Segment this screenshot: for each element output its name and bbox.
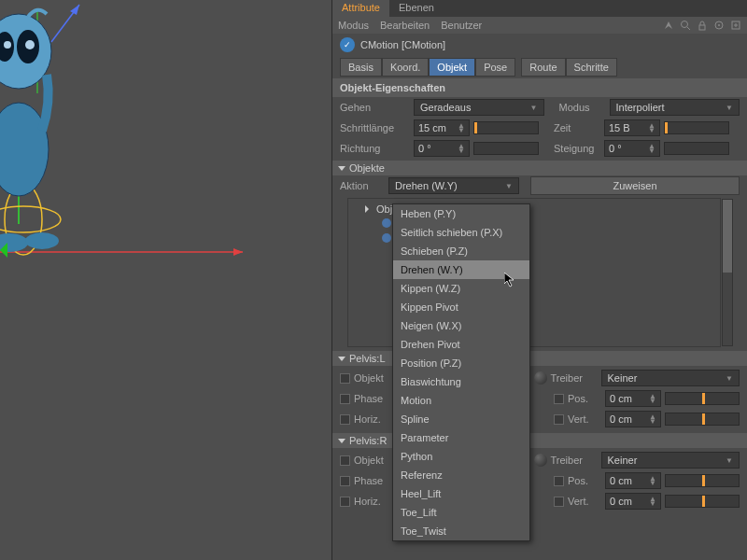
viewport-scene <box>0 0 331 560</box>
object-properties: Gehen Geradeaus▼ Modus Interpoliert▼ Sch… <box>332 97 747 159</box>
tab-route[interactable]: Route <box>521 58 565 77</box>
dropdown-treiber[interactable]: Keiner▼ <box>601 370 740 386</box>
input-steigung[interactable]: 0 °▲▼ <box>604 140 660 157</box>
tab-schritte[interactable]: Schritte <box>566 58 617 77</box>
spinner-icon[interactable]: ▲▼ <box>649 497 656 506</box>
input-pos[interactable]: 0 cm▲▼ <box>605 472 661 489</box>
chevron-down-icon: ▼ <box>726 374 733 383</box>
3d-viewport[interactable] <box>0 0 331 560</box>
input-vert[interactable]: 0 cm▲▼ <box>605 411 661 427</box>
tab-ebenen[interactable]: Ebenen <box>389 0 444 17</box>
nav-arrow-icon[interactable] <box>663 20 674 31</box>
tab-basis[interactable]: Basis <box>340 58 382 77</box>
slider-zeit[interactable] <box>664 121 729 134</box>
input-zeit[interactable]: 15 B▲▼ <box>604 119 660 136</box>
menu-item-seitlich-schieben[interactable]: Seitlich schieben (P.X) <box>393 223 529 242</box>
slider-pos[interactable] <box>665 392 740 405</box>
menu-item-toe-twist[interactable]: Toe_Twist <box>393 522 529 540</box>
lock-icon[interactable] <box>697 20 708 31</box>
menu-item-motion[interactable]: Motion <box>393 391 529 410</box>
menu-bearbeiten[interactable]: Bearbeiten <box>380 20 430 31</box>
group-objekte-label: Objekte <box>349 162 385 174</box>
checkbox-vert[interactable] <box>554 414 564 425</box>
menu-benutzer[interactable]: Benutzer <box>441 20 482 31</box>
label-treiber: Treiber <box>551 455 598 466</box>
slider-vert[interactable] <box>665 495 740 508</box>
menu-item-drehen-pivot[interactable]: Drehen Pivot <box>393 335 529 354</box>
input-schrittlaenge[interactable]: 15 cm▲▼ <box>414 119 470 136</box>
menu-item-toe-lift[interactable]: Toe_Lift <box>393 503 529 522</box>
bone-icon <box>380 231 393 245</box>
globe-icon[interactable] <box>534 454 547 467</box>
input-richtung[interactable]: 0 °▲▼ <box>414 140 470 157</box>
checkbox-phase[interactable] <box>340 476 350 486</box>
menu-item-spline[interactable]: Spline <box>393 410 529 428</box>
spinner-icon[interactable]: ▲▼ <box>649 394 656 403</box>
checkbox-objekt[interactable] <box>340 455 350 466</box>
menu-modus[interactable]: Modus <box>338 20 369 31</box>
checkbox-pos[interactable] <box>554 394 564 404</box>
menu-item-kippen-pivot[interactable]: Kippen Pivot <box>393 298 529 316</box>
menu-item-referenz[interactable]: Referenz <box>393 466 529 484</box>
slider-schrittlaenge[interactable] <box>473 121 539 134</box>
spinner-icon[interactable]: ▲▼ <box>649 414 656 424</box>
input-vert[interactable]: 0 cm▲▼ <box>605 493 661 510</box>
label-treiber: Treiber <box>551 372 598 384</box>
slider-vert[interactable] <box>665 413 740 426</box>
slider-pos[interactable] <box>665 474 740 487</box>
menu-item-heben[interactable]: Heben (P.Y) <box>393 204 529 223</box>
dropdown-treiber[interactable]: Keiner▼ <box>601 452 740 469</box>
checkbox-horiz[interactable] <box>340 497 350 507</box>
menu-item-python[interactable]: Python <box>393 447 529 466</box>
label-zeit: Zeit <box>554 122 600 133</box>
slider-richtung[interactable] <box>473 142 539 155</box>
chevron-down-icon: ▼ <box>530 104 538 112</box>
svg-point-13 <box>25 40 35 49</box>
checkbox-pos[interactable] <box>554 476 564 486</box>
input-pos[interactable]: 0 cm▲▼ <box>605 390 661 407</box>
search-icon[interactable] <box>680 20 691 31</box>
group-pelvis-l-label: Pelvis:L <box>349 353 386 364</box>
reset-icon[interactable] <box>713 20 725 31</box>
checkbox-horiz[interactable] <box>340 414 350 425</box>
group-objekte[interactable]: Objekte <box>332 161 747 175</box>
dropdown-gehen[interactable]: Geradeaus▼ <box>414 99 544 116</box>
panel-tabs: Attribute Ebenen <box>332 0 747 17</box>
menu-item-biaswichtung[interactable]: Biaswichtung <box>393 372 529 391</box>
label-richtung: Richtung <box>340 143 410 154</box>
label-schrittlaenge: Schrittlänge <box>340 122 410 133</box>
spinner-icon[interactable]: ▲▼ <box>458 144 465 153</box>
spinner-icon[interactable]: ▲▼ <box>649 476 656 485</box>
checkbox-phase[interactable] <box>340 394 350 404</box>
slider-steigung[interactable] <box>664 142 729 155</box>
checkbox-vert[interactable] <box>554 497 564 507</box>
svg-point-22 <box>718 24 720 26</box>
checkbox-objekt[interactable] <box>340 373 350 384</box>
tab-pose[interactable]: Pose <box>475 58 515 77</box>
menu-item-position[interactable]: Position (P.Z) <box>393 354 529 372</box>
tab-objekt[interactable]: Objekt <box>429 58 475 77</box>
label-steigung: Steigung <box>554 143 600 154</box>
svg-marker-3 <box>70 5 79 15</box>
dropdown-aktion[interactable]: Drehen (W.Y)▼ <box>388 177 519 194</box>
menu-item-neigen[interactable]: Neigen (W.X) <box>393 316 529 335</box>
label-vert: Vert. <box>568 496 601 507</box>
menu-item-schieben[interactable]: Schieben (P.Z) <box>393 242 529 260</box>
label-gehen: Gehen <box>340 102 410 113</box>
button-zuweisen[interactable]: Zuweisen <box>530 176 740 195</box>
spinner-icon[interactable]: ▲▼ <box>648 123 655 133</box>
tab-koord[interactable]: Koord. <box>382 58 429 77</box>
label-aktion: Aktion <box>340 180 385 191</box>
expand-icon[interactable] <box>730 20 741 31</box>
tab-attribute[interactable]: Attribute <box>332 0 389 17</box>
label-vert: Vert. <box>568 413 601 425</box>
property-tabs: Basis Koord. Objekt Pose Route Schritte <box>332 56 747 78</box>
menu-item-heel-lift[interactable]: Heel_Lift <box>393 484 529 503</box>
triangle-down-icon <box>338 357 345 361</box>
menu-item-parameter[interactable]: Parameter <box>393 428 529 447</box>
dropdown-modus[interactable]: Interpoliert▼ <box>610 99 740 116</box>
tree-scrollbar[interactable] <box>722 199 733 346</box>
globe-icon[interactable] <box>534 371 547 385</box>
spinner-icon[interactable]: ▲▼ <box>458 123 465 133</box>
spinner-icon[interactable]: ▲▼ <box>648 144 655 153</box>
